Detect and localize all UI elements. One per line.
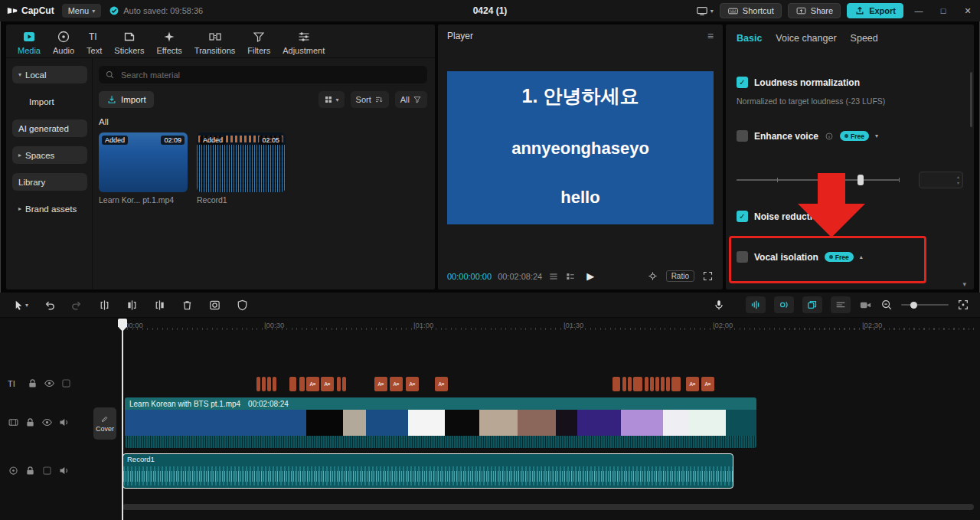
stepper-arrows[interactable]: ▴▾ xyxy=(957,174,959,186)
ribbon-tab-effects[interactable]: Effects xyxy=(151,28,187,57)
ribbon-tab-adjustment[interactable]: Adjustment xyxy=(277,28,330,57)
tracks-list-button[interactable] xyxy=(831,296,851,313)
speaker-icon[interactable] xyxy=(58,417,70,428)
search-bar[interactable] xyxy=(99,66,427,83)
vocal-isolation-checkbox[interactable] xyxy=(737,251,748,263)
sidebar-item-brand-assets[interactable]: ▸ Brand assets xyxy=(12,200,87,217)
text-clip-segment[interactable] xyxy=(262,377,266,391)
ruler-ticks[interactable] xyxy=(122,328,975,330)
tab-speed[interactable]: Speed xyxy=(851,33,878,44)
slider-handle[interactable] xyxy=(858,175,864,185)
text-clip-segment[interactable] xyxy=(256,377,260,391)
split-button[interactable] xyxy=(98,299,111,312)
sort-button[interactable]: Sort xyxy=(351,91,389,108)
text-clip-segment[interactable] xyxy=(342,377,346,391)
text-clip-segment[interactable] xyxy=(612,377,620,391)
mask-button[interactable] xyxy=(208,299,221,312)
redo-button[interactable] xyxy=(70,299,83,312)
empty-toggle-icon[interactable] xyxy=(41,465,53,476)
text-clip-segment[interactable] xyxy=(267,377,271,391)
text-clip-segment[interactable] xyxy=(273,377,276,391)
zoom-out-icon[interactable] xyxy=(880,299,893,311)
ribbon-tab-filters[interactable]: Filters xyxy=(242,28,276,57)
enhance-strength-slider[interactable] xyxy=(737,179,899,181)
caption-clip[interactable]: A≡ xyxy=(686,377,699,391)
delete-button[interactable] xyxy=(181,299,194,312)
search-input[interactable] xyxy=(119,70,421,80)
loudness-checkbox[interactable]: ✓ xyxy=(737,77,748,88)
maximize-button[interactable]: □ xyxy=(934,6,952,15)
zoom-slider-handle[interactable] xyxy=(910,302,917,309)
tab-voice-changer[interactable]: Voice changer xyxy=(776,33,836,44)
view-mode-button[interactable]: ▾ xyxy=(318,91,345,108)
caption-clip[interactable]: A≡ xyxy=(701,377,714,391)
eye-icon[interactable] xyxy=(44,378,55,389)
ribbon-tab-stickers[interactable]: Stickers xyxy=(109,28,149,57)
enhance-voice-checkbox[interactable] xyxy=(737,130,748,142)
close-button[interactable]: ✕ xyxy=(959,6,977,16)
layers-button[interactable] xyxy=(802,296,822,313)
panel-scrollbar[interactable] xyxy=(970,72,972,127)
zoom-fit-icon[interactable] xyxy=(957,299,969,311)
playhead[interactable] xyxy=(122,319,123,520)
text-clip-segment[interactable] xyxy=(661,377,665,391)
video-preview[interactable]: 1. 안녕하세요 annyeonghaseyo hello xyxy=(447,71,714,224)
caption-clip[interactable]: A≡ xyxy=(435,377,448,391)
lock-icon[interactable] xyxy=(24,417,36,428)
audio-waveform-button[interactable] xyxy=(746,296,766,313)
timeline-zoom-slider[interactable] xyxy=(901,304,949,306)
select-tool-button[interactable]: ▾ xyxy=(12,299,28,312)
sidebar-item-import[interactable]: Import xyxy=(12,93,87,110)
media-item-video[interactable]: Added 02:09 Learn Kor... pt.1.mp4 xyxy=(99,132,188,204)
caption-clip[interactable]: A≡ xyxy=(374,377,387,391)
sidebar-item-library[interactable]: Library xyxy=(12,173,87,191)
display-mode-button[interactable]: ▾ xyxy=(696,5,714,17)
text-clip-segment[interactable] xyxy=(299,377,305,391)
text-clip-segment[interactable] xyxy=(622,377,626,391)
video-clip[interactable]: Learn Korean with BTS pt.1.mp4 00:02:08:… xyxy=(125,397,756,448)
lock-icon[interactable] xyxy=(24,465,36,476)
shield-button[interactable] xyxy=(236,299,249,312)
speaker-icon[interactable] xyxy=(58,465,70,476)
snapshot-icon[interactable] xyxy=(647,270,658,282)
import-button[interactable]: Import xyxy=(99,91,154,108)
undo-button[interactable] xyxy=(43,299,56,312)
ribbon-tab-text[interactable]: TI Text xyxy=(81,28,107,57)
media-item-audio[interactable]: Added 02:05 Record1 xyxy=(197,132,286,204)
cover-button[interactable]: Cover xyxy=(93,407,116,440)
preview-camera-button[interactable] xyxy=(859,299,872,312)
text-clip-segment[interactable] xyxy=(671,377,681,391)
text-clip-segment[interactable] xyxy=(666,377,670,391)
text-clip-segment[interactable] xyxy=(289,377,296,391)
caption-clip[interactable]: A≡ xyxy=(306,377,319,391)
enhance-strength-input[interactable]: ▴▾ xyxy=(919,172,963,188)
caption-clip[interactable]: A≡ xyxy=(390,377,403,391)
ratio-button[interactable]: Ratio xyxy=(666,270,694,282)
timeline-horizontal-scrollbar[interactable] xyxy=(122,504,974,510)
fullscreen-icon[interactable] xyxy=(702,270,714,282)
text-clip-segment[interactable] xyxy=(337,377,341,391)
play-button[interactable]: ▶ xyxy=(586,270,594,282)
frame-list-icon[interactable] xyxy=(565,271,576,282)
delete-right-button[interactable] xyxy=(153,299,166,312)
text-clip-segment[interactable] xyxy=(650,377,654,391)
scroll-more-icon[interactable]: ▾ xyxy=(962,280,966,288)
player-menu-icon[interactable]: ≡ xyxy=(707,30,714,42)
tab-basic[interactable]: Basic xyxy=(737,33,762,44)
export-button[interactable]: Export xyxy=(847,3,903,18)
sidebar-item-spaces[interactable]: ▸ Spaces xyxy=(12,146,87,164)
record-voiceover-button[interactable] xyxy=(713,299,725,311)
text-clip-segment[interactable] xyxy=(645,377,648,391)
caret-up-icon[interactable]: ▴ xyxy=(860,253,863,260)
sidebar-item-ai-generated[interactable]: AI generated xyxy=(12,119,87,137)
lock-icon[interactable] xyxy=(27,378,38,389)
text-clip-segment[interactable] xyxy=(633,377,642,391)
caret-down-icon[interactable]: ▾ xyxy=(875,132,878,139)
sidebar-item-local[interactable]: ▾ Local xyxy=(12,66,87,83)
ribbon-tab-audio[interactable]: Audio xyxy=(47,28,80,57)
frame-view-icon[interactable] xyxy=(548,271,559,282)
delete-left-button[interactable] xyxy=(126,299,139,312)
ribbon-tab-transitions[interactable]: Transitions xyxy=(189,28,240,57)
minimize-button[interactable]: — xyxy=(910,6,928,15)
filter-button[interactable]: All xyxy=(395,91,427,108)
